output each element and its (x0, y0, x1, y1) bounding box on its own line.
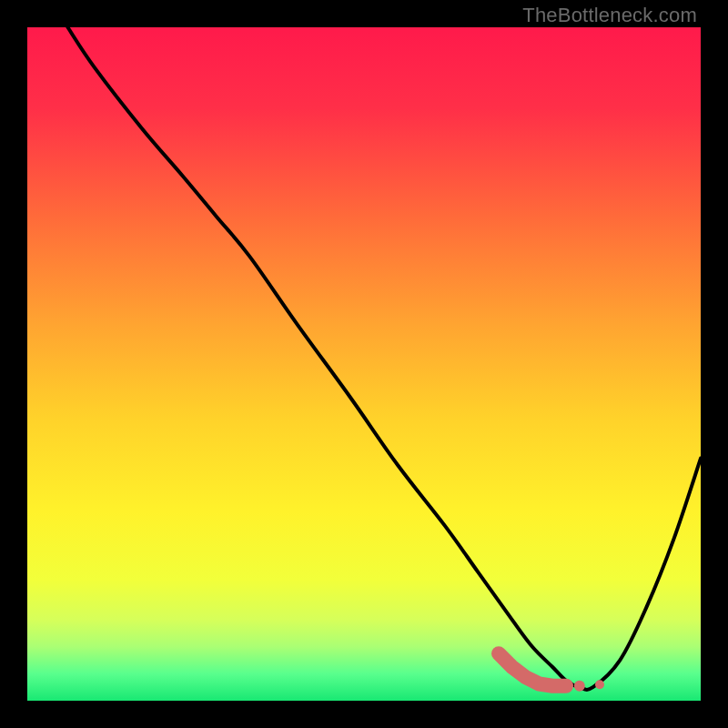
highlight-dot (574, 681, 585, 692)
bottleneck-curve (67, 27, 701, 690)
highlight-dot-isolated (595, 680, 604, 689)
watermark-label: TheBottleneck.com (522, 4, 697, 27)
highlight-markers (499, 653, 604, 692)
chart-frame: TheBottleneck.com (0, 0, 728, 728)
plot-area (27, 27, 701, 701)
curve-layer (27, 27, 701, 701)
